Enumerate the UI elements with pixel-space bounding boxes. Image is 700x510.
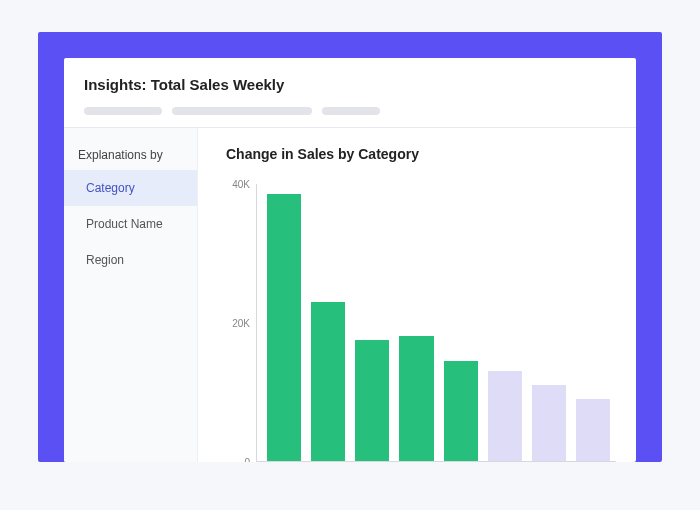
y-axis-tick: 20K — [232, 318, 250, 329]
panel-body: Explanations by Category Product Name Re… — [64, 128, 636, 462]
sidebar-item-category[interactable]: Category — [64, 170, 197, 206]
insights-panel: Insights: Total Sales Weekly Explanation… — [64, 58, 636, 462]
breadcrumb — [84, 107, 616, 115]
chart-bar — [444, 361, 478, 461]
breadcrumb-placeholder — [84, 107, 162, 115]
panel-header: Insights: Total Sales Weekly — [64, 58, 636, 128]
chart-bars — [257, 184, 616, 461]
breadcrumb-placeholder — [322, 107, 380, 115]
y-axis-tick: 40K — [232, 179, 250, 190]
sidebar-item-label: Product Name — [86, 217, 163, 231]
chart-bar — [488, 371, 522, 461]
sidebar-item-region[interactable]: Region — [64, 242, 197, 278]
chart-title: Change in Sales by Category — [226, 146, 616, 162]
chart-bar — [267, 194, 301, 461]
chart-bar — [311, 302, 345, 461]
chart-plot — [256, 184, 616, 462]
sidebar-item-label: Category — [86, 181, 135, 195]
sidebar: Explanations by Category Product Name Re… — [64, 128, 198, 462]
y-axis-tick: 0 — [244, 457, 250, 463]
breadcrumb-placeholder — [172, 107, 312, 115]
page-title: Insights: Total Sales Weekly — [84, 76, 616, 93]
sidebar-heading: Explanations by — [64, 142, 197, 170]
sidebar-item-label: Region — [86, 253, 124, 267]
main-content: Change in Sales by Category 40K20K0 — [198, 128, 636, 462]
sidebar-item-product-name[interactable]: Product Name — [64, 206, 197, 242]
chart-bar — [355, 340, 389, 461]
chart-bar — [399, 336, 433, 461]
chart-area: 40K20K0 — [226, 184, 616, 462]
chart-bar — [532, 385, 566, 461]
y-axis: 40K20K0 — [226, 184, 256, 462]
outer-frame: Insights: Total Sales Weekly Explanation… — [38, 32, 662, 462]
chart-bar — [576, 399, 610, 461]
